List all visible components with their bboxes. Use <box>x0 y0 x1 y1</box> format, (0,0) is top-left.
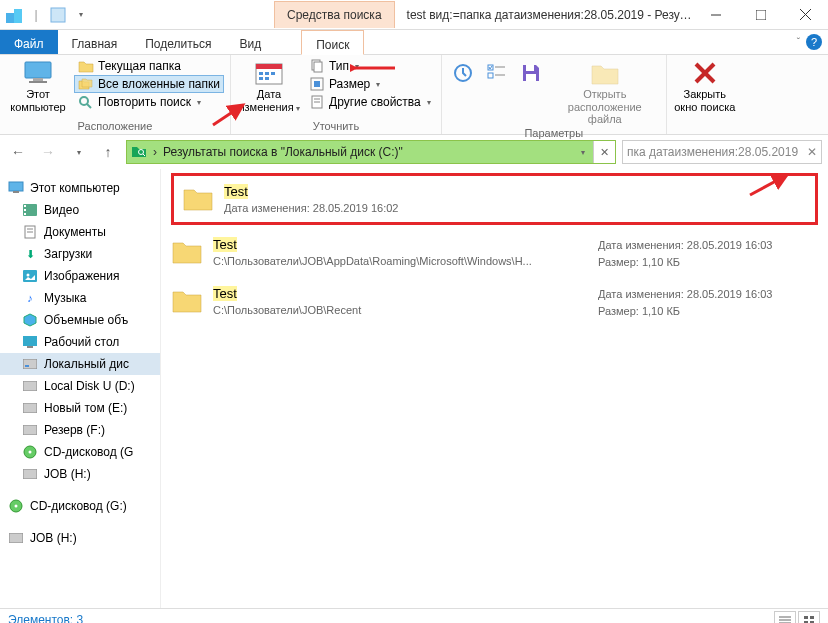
group-location-title: Расположение <box>6 119 224 134</box>
details-view-button[interactable] <box>774 611 796 624</box>
result-size-value: 1,10 КБ <box>642 305 680 317</box>
video-icon <box>22 202 38 218</box>
svg-rect-20 <box>314 62 322 72</box>
nav-pictures[interactable]: Изображения <box>0 265 160 287</box>
svg-rect-15 <box>265 72 269 75</box>
forward-button[interactable]: → <box>36 140 60 164</box>
nav-cd-g-label: CD-дисковод (G <box>44 445 133 459</box>
nav-3dobjects[interactable]: Объемные объ <box>0 309 160 331</box>
nav-cd-g[interactable]: CD-дисковод (G <box>0 441 160 463</box>
close-search-button[interactable]: Закрыть окно поиска <box>673 57 737 113</box>
nav-new-volume[interactable]: Новый том (E:) <box>0 397 160 419</box>
nav-music[interactable]: ♪Музыка <box>0 287 160 309</box>
nav-reserve[interactable]: Резерв (F:) <box>0 419 160 441</box>
tab-view[interactable]: Вид <box>225 30 275 54</box>
nav-video[interactable]: Видео <box>0 199 160 221</box>
svg-rect-38 <box>13 191 19 193</box>
close-button[interactable] <box>783 0 828 29</box>
search-again-icon <box>78 94 94 110</box>
svg-rect-22 <box>314 81 320 87</box>
ribbon-collapse-icon[interactable]: ˇ <box>797 37 800 48</box>
result-date-value: 28.05.2019 16:03 <box>687 288 773 300</box>
ribbon-tabs: Файл Главная Поделиться Вид Поиск ˇ ? <box>0 30 828 55</box>
navigation-row: ← → ↑ › Результаты поиска в "Локальный д… <box>0 135 828 169</box>
nav-this-pc[interactable]: Этот компьютер <box>0 177 160 199</box>
address-text: Результаты поиска в "Локальный диск (C:)… <box>163 145 403 159</box>
date-modified-button[interactable]: Дата изменения <box>237 57 301 113</box>
status-bar: Элементов: 3 <box>0 608 828 623</box>
svg-rect-16 <box>271 72 275 75</box>
svg-rect-14 <box>259 72 263 75</box>
this-pc-label: Этот компьютер <box>6 88 70 113</box>
nav-this-pc-label: Этот компьютер <box>30 181 120 195</box>
repeat-search-button[interactable]: Повторить поиск <box>74 93 224 111</box>
this-pc-button[interactable]: Этот компьютер <box>6 57 70 113</box>
open-file-location-button[interactable]: Открыть расположение файла <box>550 57 660 126</box>
search-input[interactable]: пка датаизменения:28.05.2019 ✕ <box>622 140 822 164</box>
nav-job-h[interactable]: JOB (H:) <box>0 463 160 485</box>
nav-new-volume-label: Новый том (E:) <box>44 401 127 415</box>
all-subfolders-button[interactable]: Все вложенные папки <box>74 75 224 93</box>
save-search-button[interactable] <box>516 57 546 87</box>
icons-view-button[interactable] <box>798 611 820 624</box>
address-bar[interactable]: › Результаты поиска в "Локальный диск (C… <box>126 140 616 164</box>
result-item[interactable]: Test C:\Пользователи\JOB\AppData\Roaming… <box>163 229 826 278</box>
repeat-search-label: Повторить поиск <box>98 95 191 109</box>
qat-dropdown-icon[interactable] <box>70 5 90 25</box>
help-icon[interactable]: ? <box>806 34 822 50</box>
results-pane: Test Дата изменения: 28.05.2019 16:02 Te… <box>161 169 828 608</box>
svg-line-11 <box>87 104 91 108</box>
current-folder-button[interactable]: Текущая папка <box>74 57 224 75</box>
history-dropdown[interactable] <box>66 140 90 164</box>
recent-searches-button[interactable] <box>448 57 478 87</box>
tab-file[interactable]: Файл <box>0 30 58 54</box>
download-icon: ⬇ <box>22 246 38 262</box>
size-button[interactable]: Размер <box>305 75 435 93</box>
up-button[interactable]: ↑ <box>96 140 120 164</box>
ribbon-group-location: Этот компьютер Текущая папка Все вложенн… <box>0 55 231 134</box>
nav-cd-g2-label: CD-дисковод (G:) <box>30 499 127 513</box>
maximize-button[interactable] <box>738 0 783 29</box>
nav-job-h-label: JOB (H:) <box>44 467 91 481</box>
tab-home[interactable]: Главная <box>58 30 132 54</box>
quick-access-toolbar: | <box>0 5 94 25</box>
properties-icon <box>309 94 325 110</box>
result-date-label: Дата изменения: <box>598 239 684 251</box>
clear-search-icon[interactable]: ✕ <box>807 145 817 159</box>
window-title: test вид:=папка датаизменения:28.05.2019… <box>395 8 693 22</box>
nav-local-disk-c[interactable]: Локальный дис <box>0 353 160 375</box>
back-button[interactable]: ← <box>6 140 30 164</box>
svg-rect-53 <box>23 403 37 413</box>
nav-cd-g2[interactable]: CD-дисковод (G:) <box>0 495 160 517</box>
result-item[interactable]: Test Дата изменения: 28.05.2019 16:02 <box>171 173 818 225</box>
result-size-label: Размер: <box>598 256 639 268</box>
nav-documents[interactable]: Документы <box>0 221 160 243</box>
open-file-location-label: Открыть расположение файла <box>550 88 660 126</box>
view-toggle <box>774 611 820 624</box>
svg-rect-17 <box>259 77 263 80</box>
picture-icon <box>22 268 38 284</box>
type-button[interactable]: Тип <box>305 57 435 75</box>
folders-icon <box>78 76 94 92</box>
svg-rect-37 <box>9 182 23 191</box>
nav-job-h2[interactable]: JOB (H:) <box>0 527 160 549</box>
current-folder-label: Текущая папка <box>98 59 181 73</box>
tab-share[interactable]: Поделиться <box>131 30 225 54</box>
other-properties-button[interactable]: Другие свойства <box>305 93 435 111</box>
qat-sep-icon: | <box>26 5 46 25</box>
breadcrumb-sep-icon: › <box>147 145 163 159</box>
checklist-icon <box>481 59 513 87</box>
minimize-button[interactable] <box>693 0 738 29</box>
stop-button[interactable]: ✕ <box>593 141 615 163</box>
tab-search[interactable]: Поиск <box>301 30 364 55</box>
qat-properties-icon[interactable] <box>48 5 68 25</box>
ribbon: Этот компьютер Текущая папка Все вложенн… <box>0 55 828 135</box>
svg-rect-32 <box>526 74 536 81</box>
nav-local-disk-u[interactable]: Local Disk U (D:) <box>0 375 160 397</box>
nav-downloads[interactable]: ⬇Загрузки <box>0 243 160 265</box>
advanced-options-button[interactable] <box>482 57 512 87</box>
date-modified-label: Дата изменения <box>237 88 301 113</box>
address-dropdown[interactable] <box>571 141 593 163</box>
nav-desktop[interactable]: Рабочий стол <box>0 331 160 353</box>
result-item[interactable]: Test C:\Пользователи\JOB\Recent Дата изм… <box>163 278 826 327</box>
